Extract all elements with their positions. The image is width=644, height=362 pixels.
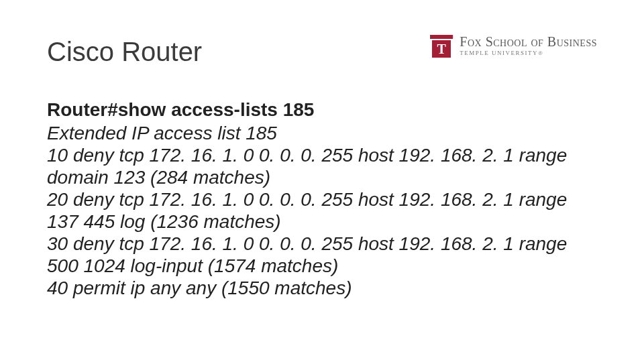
cli-command: Router#show access-lists 185 <box>47 99 597 121</box>
acl-entry: 10 deny tcp 172. 16. 1. 0 0. 0. 0. 255 h… <box>47 144 597 188</box>
cli-output: Extended IP access list 185 10 deny tcp … <box>47 122 597 299</box>
acl-entry: 40 permit ip any any (1550 matches) <box>47 277 597 299</box>
logo-sub-text: TEMPLE UNIVERSITY® <box>460 50 597 56</box>
school-logo: T Fox School of Business TEMPLE UNIVERSI… <box>430 35 597 58</box>
temple-t-icon: T <box>430 35 453 58</box>
slide: T Fox School of Business TEMPLE UNIVERSI… <box>0 0 644 362</box>
acl-header: Extended IP access list 185 <box>47 122 597 144</box>
logo-text: Fox School of Business TEMPLE UNIVERSITY… <box>460 35 597 56</box>
acl-entry: 30 deny tcp 172. 16. 1. 0 0. 0. 0. 255 h… <box>47 233 597 277</box>
acl-entry: 20 deny tcp 172. 16. 1. 0 0. 0. 0. 255 h… <box>47 188 597 233</box>
logo-main-text: Fox School of Business <box>460 35 597 48</box>
